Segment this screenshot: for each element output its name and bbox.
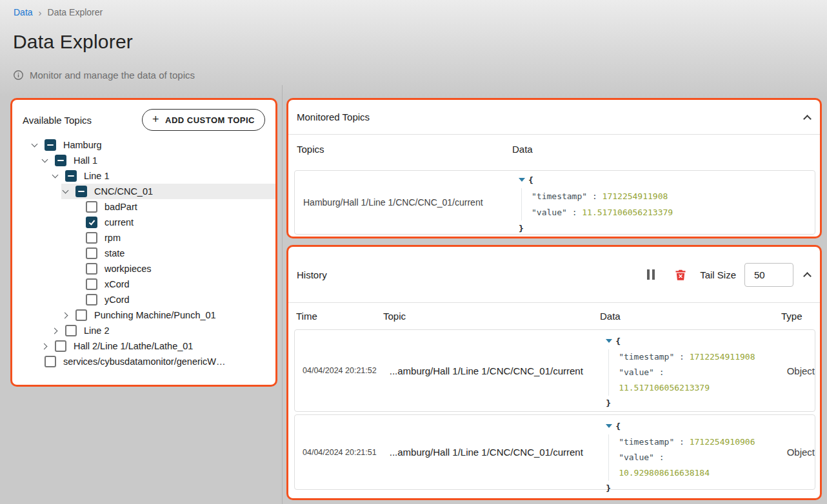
chevron-down-icon[interactable] (63, 188, 69, 194)
checkbox-unchecked[interactable] (86, 232, 97, 244)
tree-row[interactable]: Hall 1 (23, 153, 265, 168)
history-title: History (297, 269, 327, 280)
json-open-brace: { (528, 175, 533, 185)
checkbox-unchecked[interactable] (86, 247, 97, 259)
chevron-down-icon[interactable] (42, 157, 48, 163)
json-expander-icon[interactable] (606, 339, 612, 343)
tree-item-label: Hall 2/Line 1/Lathe/Lathe_01 (74, 341, 193, 351)
json-number: 1712254910906 (690, 437, 755, 447)
chevron-right-icon[interactable] (62, 312, 68, 318)
json-open-brace: { (615, 422, 621, 431)
json-number: 1712254911908 (603, 191, 668, 201)
json-colon: : (679, 437, 684, 447)
tree-row[interactable]: Punching Machine/Punch_01 (23, 307, 265, 323)
add-custom-topic-button[interactable]: + ADD CUSTOM TOPIC (142, 109, 265, 131)
monitored-topic-row: Hamburg/Hall 1/Line 1/CNC/CNC_01/current… (294, 170, 815, 235)
json-number: 11.517106056213379 (582, 208, 673, 217)
json-key: "timestamp" (619, 437, 674, 447)
chevron-slot (41, 159, 55, 162)
history-time: 04/04/2024 20:21:52 (295, 330, 390, 411)
chevron-right-icon[interactable] (41, 343, 48, 349)
pause-icon (647, 269, 650, 280)
checkbox-indeterminate[interactable] (45, 139, 56, 151)
chevron-right-icon[interactable] (52, 327, 58, 334)
tree-row[interactable]: yCord (23, 292, 265, 307)
json-expander-icon[interactable] (519, 178, 525, 182)
json-close-brace: } (606, 398, 611, 408)
checkbox-unchecked[interactable] (86, 294, 97, 305)
tree-row[interactable]: services/cybusdatamonitor/genericW… (23, 354, 265, 369)
monitored-col-data: Data (512, 144, 533, 155)
tree-item-label: Hall 1 (74, 155, 97, 166)
history-type: Object (787, 330, 815, 411)
json-key: "value" (619, 452, 654, 462)
json-key: "timestamp" (532, 191, 587, 201)
chevron-down-icon[interactable] (32, 141, 38, 148)
breadcrumb-separator-icon: › (39, 8, 42, 17)
chevron-down-icon[interactable] (52, 172, 59, 179)
checkbox-unchecked[interactable] (55, 340, 66, 352)
breadcrumb-link-data[interactable]: Data (14, 7, 33, 17)
tree-item-label: badPart (105, 202, 137, 212)
breadcrumb: Data › Data Explorer (14, 7, 103, 17)
tree-row[interactable]: Line 1 (23, 168, 265, 184)
breadcrumb-current: Data Explorer (48, 7, 103, 17)
history-col-type: Type (781, 311, 820, 322)
history-topic: ...amburg/Hall 1/Line 1/CNC/CNC_01/curre… (390, 415, 606, 489)
json-open-brace: { (615, 336, 621, 346)
checkbox-unchecked[interactable] (65, 325, 77, 336)
tree-row[interactable]: CNC/CNC_01 (61, 184, 275, 199)
plus-icon: + (152, 113, 159, 125)
json-viewer: { "timestamp" : 1712254911908 "value" : … (519, 171, 673, 234)
collapse-chevron-icon[interactable] (803, 272, 812, 280)
tree-row[interactable]: state (23, 246, 265, 261)
history-time: 04/04/2024 20:21:51 (295, 415, 390, 489)
tree-row[interactable]: badPart (23, 199, 265, 215)
checkbox-unchecked[interactable] (86, 278, 97, 290)
tree-row[interactable]: workpieces (23, 261, 265, 276)
page-subtitle: Monitor and manage the data of topics (30, 70, 195, 81)
chevron-slot (51, 175, 65, 177)
json-expander-icon[interactable] (606, 424, 612, 428)
history-topic: ...amburg/Hall 1/Line 1/CNC/CNC_01/curre… (390, 330, 606, 411)
json-viewer: { "timestamp" : 1712254910906 "value" : … (606, 415, 786, 489)
tail-size-input[interactable] (744, 263, 793, 287)
json-colon: : (659, 452, 664, 462)
checkbox-unchecked[interactable] (86, 201, 97, 213)
history-type: Object (787, 415, 815, 489)
tail-size-label: Tail Size (700, 269, 736, 280)
history-col-data: Data (600, 311, 781, 322)
pause-icon (652, 269, 655, 280)
chevron-slot (61, 313, 75, 318)
info-icon (13, 70, 24, 81)
checkbox-unchecked[interactable] (75, 309, 87, 321)
tree-row[interactable]: Line 2 (23, 323, 265, 338)
json-viewer: { "timestamp" : 1712254911908 "value" : … (606, 330, 786, 411)
json-colon: : (679, 352, 684, 362)
checkbox-indeterminate[interactable] (65, 170, 77, 182)
history-col-time: Time (288, 311, 383, 322)
checkbox-checked[interactable] (86, 217, 97, 228)
tree-row[interactable]: xCord (23, 276, 265, 292)
json-close-brace: } (519, 224, 524, 233)
json-number: 11.517106056213379 (619, 383, 710, 393)
tree-row[interactable]: rpm (23, 230, 265, 246)
monitored-topics-panel: Monitored Topics Topics Data Hamburg/Hal… (286, 98, 822, 238)
json-key: "value" (532, 208, 567, 217)
tree-row[interactable]: Hamburg (23, 137, 265, 153)
collapse-chevron-icon[interactable] (803, 115, 812, 123)
tree-row[interactable]: Hall 2/Line 1/Lathe/Lathe_01 (23, 338, 265, 354)
checkbox-unchecked[interactable] (86, 263, 97, 275)
checkbox-indeterminate[interactable] (55, 155, 66, 166)
history-col-topic: Topic (383, 311, 600, 322)
clear-history-button[interactable] (674, 268, 687, 282)
checkbox-indeterminate[interactable] (75, 186, 87, 197)
pause-button[interactable] (647, 269, 655, 280)
checkbox-unchecked[interactable] (45, 356, 56, 367)
history-row: 04/04/2024 20:21:51 ...amburg/Hall 1/Lin… (294, 414, 815, 490)
tree-item-label: state (105, 248, 125, 258)
monitored-topics-title: Monitored Topics (297, 111, 370, 122)
history-panel: History Tail Size Time Topic Data Type 0… (286, 245, 822, 500)
tree-item-label: Line 2 (84, 325, 110, 336)
tree-row[interactable]: current (23, 215, 265, 230)
